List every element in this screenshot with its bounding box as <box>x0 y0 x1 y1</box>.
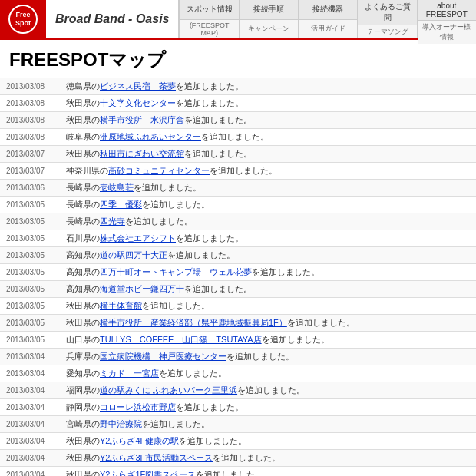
row-link[interactable]: 壱岐島荘 <box>100 183 134 192</box>
nav-bottom-0[interactable]: (FREESPOT MAP) <box>180 20 238 39</box>
nav-top-1[interactable]: 接続手順 <box>240 0 298 20</box>
row-suffix: を追加しました。 <box>252 267 319 276</box>
table-row: 2013/03/05 長崎県の四季 優彩を追加しました。 <box>0 197 476 213</box>
nav-group-0[interactable]: スポット情報 (FREESPOT MAP) <box>179 0 238 38</box>
row-link[interactable]: ミカド 一宮店 <box>100 369 159 378</box>
row-date: 2013/03/08 <box>0 112 60 129</box>
row-date: 2013/03/05 <box>0 230 60 247</box>
row-link[interactable]: Y2ふらざ3F市民活動スペース <box>100 453 213 462</box>
row-link[interactable]: 十文字文化センター <box>100 98 176 107</box>
logo-area: FreeSpot <box>0 0 46 38</box>
row-prefix: 石川県の <box>66 233 100 243</box>
nav-top-3[interactable]: よくあるご質問 <box>358 0 416 25</box>
nav-group-3[interactable]: よくあるご質問 テーマソング <box>357 0 416 38</box>
row-link[interactable]: コローレ浜松市野店 <box>100 402 176 412</box>
row-content: 秋田県の横手市役所 産業経済部（県平鹿地域振興局1F）を追加しました。 <box>60 315 476 332</box>
nav-top-2[interactable]: 接続機器 <box>299 0 357 20</box>
row-date: 2013/03/07 <box>0 163 60 180</box>
row-date: 2013/03/04 <box>0 382 60 399</box>
row-link[interactable]: 四万十町オートキャンプ場 ウェル花夢 <box>100 267 252 276</box>
row-link[interactable]: 道の駅四万十大正 <box>100 250 167 259</box>
row-prefix: 神奈川県の <box>66 166 108 175</box>
row-date: 2013/03/08 <box>0 95 60 112</box>
nav-top-0[interactable]: スポット情報 <box>180 0 238 20</box>
row-content: 秋田県の横手体育館を追加しました。 <box>60 298 476 315</box>
row-prefix: 兵庫県の <box>66 352 100 361</box>
nav-bottom-3[interactable]: テーマソング <box>358 25 416 38</box>
row-link[interactable]: TULLYS COFFEE 山口篠 TSUTAYA店 <box>100 335 262 344</box>
nav-bottom-1[interactable]: キャンペーン <box>240 20 298 39</box>
row-link[interactable]: 横手体育館 <box>100 301 142 310</box>
table-row: 2013/03/05 高知県の海道堂ホビー鎌四万十を追加しました。 <box>0 281 476 298</box>
table-row: 2013/03/08 秋田県の十文字文化センターを追加しました。 <box>0 95 476 112</box>
row-link[interactable]: 横手市役所 産業経済部（県平鹿地域振興局1F） <box>100 318 287 327</box>
row-content: 秋田県のY2ふらざ3F市民活動スペースを追加しました。 <box>60 450 476 467</box>
row-link[interactable]: 秋田市にぎわい交流館 <box>100 149 184 158</box>
row-suffix: を追加しました。 <box>159 369 226 378</box>
row-date: 2013/03/05 <box>0 332 60 349</box>
row-suffix: を追加しました。 <box>176 402 243 412</box>
row-content: 秋田県の秋田市にぎわい交流館を追加しました。 <box>60 146 476 163</box>
nav-group-1[interactable]: 接続手順 キャンペーン <box>239 0 298 38</box>
row-prefix: 秋田県の <box>66 98 100 107</box>
row-prefix: 高知県の <box>66 284 100 293</box>
row-suffix: を追加しました。 <box>287 318 355 327</box>
table-row: 2013/03/04 宮崎県の野中治療院を追加しました。 <box>0 416 476 433</box>
row-link[interactable]: ビジネス民宿 茶夢 <box>100 81 176 91</box>
nav-group-2[interactable]: 接続機器 活用ガイド <box>298 0 357 38</box>
row-suffix: を追加しました。 <box>196 470 263 476</box>
row-suffix: を追加しました。 <box>184 149 252 158</box>
table-row: 2013/03/06 長崎県の壱岐島荘を追加しました。 <box>0 180 476 197</box>
row-date: 2013/03/04 <box>0 416 60 433</box>
row-date: 2013/03/05 <box>0 247 60 264</box>
row-link[interactable]: Y2ふらざ4F健康の駅 <box>100 436 179 445</box>
row-link[interactable]: 海道堂ホビー鎌四万十 <box>100 284 184 293</box>
nav-group-4[interactable]: about FREESPOT 導入オーナー様情報 <box>417 0 476 38</box>
table-row: 2013/03/04 愛知県のミカド 一宮店を追加しました。 <box>0 365 476 382</box>
row-suffix: を追加しました。 <box>134 183 201 192</box>
row-link[interactable]: 国立病院機構 神戸医療センター <box>100 352 226 361</box>
row-content: 長崎県の四季 優彩を追加しました。 <box>60 197 476 213</box>
row-suffix: を追加しました。 <box>184 115 252 124</box>
row-prefix: 長崎県の <box>66 200 100 209</box>
table-row: 2013/03/04 秋田県のY2ふらざ3F市民活動スペースを追加しました。 <box>0 450 476 467</box>
row-content: 長崎県の四光寺を追加しました。 <box>60 213 476 230</box>
row-date: 2013/03/05 <box>0 281 60 298</box>
nav-top-4[interactable]: about FREESPOT <box>418 0 476 21</box>
table-row: 2013/03/05 山口県のTULLYS COFFEE 山口篠 TSUTAYA… <box>0 332 476 349</box>
row-prefix: 秋田県の <box>66 470 100 476</box>
row-date: 2013/03/06 <box>0 180 60 197</box>
row-link[interactable]: 四光寺 <box>100 217 125 226</box>
row-prefix: 秋田県の <box>66 436 100 445</box>
row-date: 2013/03/08 <box>0 129 60 146</box>
row-suffix: を追加しました。 <box>226 352 294 361</box>
row-link[interactable]: Y2ふらざ1F図書スペース <box>100 470 196 476</box>
row-link[interactable]: 野中治療院 <box>100 419 142 428</box>
table-row: 2013/03/04 秋田県のY2ふらざ1F図書スペースを追加しました。 <box>0 467 476 477</box>
row-content: 岐阜県の洲原地域ふれあいセンターを追加しました。 <box>60 129 476 146</box>
row-suffix: を追加しました。 <box>167 250 235 259</box>
row-date: 2013/03/04 <box>0 433 60 450</box>
header: FreeSpot Broad Band - Oasis スポット情報 (FREE… <box>0 0 476 40</box>
row-suffix: を追加しました。 <box>237 385 305 395</box>
row-link[interactable]: 高砂コミュニティセンター <box>108 166 210 175</box>
table-row: 2013/03/07 秋田県の秋田市にぎわい交流館を追加しました。 <box>0 146 476 163</box>
table-row: 2013/03/05 秋田県の横手市役所 産業経済部（県平鹿地域振興局1F）を追… <box>0 315 476 332</box>
row-content: 高知県の海道堂ホビー鎌四万十を追加しました。 <box>60 281 476 298</box>
nav-bottom-2[interactable]: 活用ガイド <box>299 20 357 39</box>
row-date: 2013/03/05 <box>0 315 60 332</box>
row-content: 高知県の四万十町オートキャンプ場 ウェル花夢を追加しました。 <box>60 264 476 281</box>
table-row: 2013/03/04 静岡県のコローレ浜松市野店を追加しました。 <box>0 399 476 416</box>
row-date: 2013/03/05 <box>0 197 60 213</box>
table-row: 2013/03/05 高知県の道の駅四万十大正を追加しました。 <box>0 247 476 264</box>
row-link[interactable]: 道の駅みくに ふれあいパーク三里浜 <box>100 385 237 395</box>
row-link[interactable]: 洲原地域ふれあいセンター <box>100 132 201 141</box>
nav-bottom-4[interactable]: 導入オーナー様情報 <box>418 21 476 44</box>
row-prefix: 秋田県の <box>66 453 100 462</box>
row-link[interactable]: 四季 優彩 <box>100 200 142 209</box>
row-prefix: 福岡県の <box>66 385 100 395</box>
table-row: 2013/03/08 秋田県の横手市役所 水沢庁舎を追加しました。 <box>0 112 476 129</box>
row-link[interactable]: 株式会社エアシフト <box>100 233 176 243</box>
row-prefix: 愛知県の <box>66 369 100 378</box>
row-link[interactable]: 横手市役所 水沢庁舎 <box>100 115 184 124</box>
